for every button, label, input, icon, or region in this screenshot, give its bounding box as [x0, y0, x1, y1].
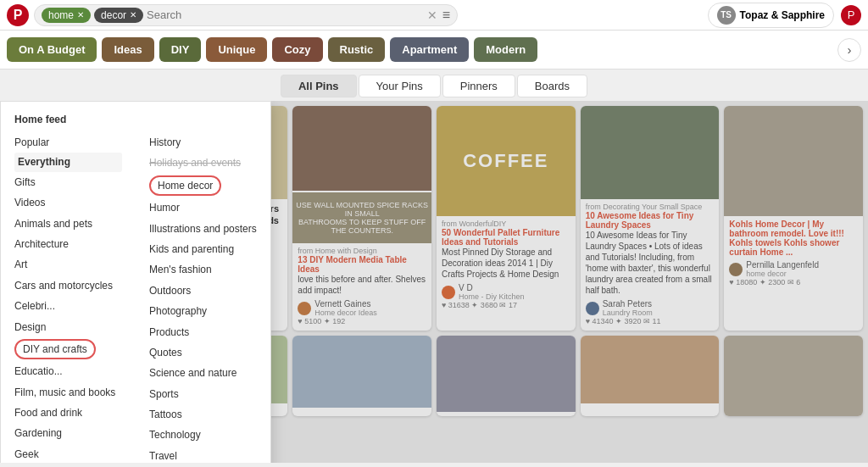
category-on-a-budget[interactable]: On A Budget [7, 37, 97, 62]
dropdown-item-kids[interactable]: Kids and parenting [149, 239, 257, 259]
dropdown-col-right: History Holidays and events Home decor H… [136, 114, 270, 463]
dropdown-item-film[interactable]: Film, music and books [14, 382, 122, 403]
dropdown-item-illustrations[interactable]: Illustrations and posters [149, 219, 257, 239]
dropdown-item-gifts[interactable]: Gifts [14, 172, 122, 192]
dropdown-item-photography[interactable]: Photography [149, 301, 257, 321]
category-rustic[interactable]: Rustic [328, 37, 386, 62]
dropdown-item-diy[interactable]: DIY and crafts [14, 339, 96, 359]
category-diy[interactable]: DIY [159, 37, 202, 62]
search-input[interactable] [147, 8, 424, 21]
dropdown-item-popular[interactable]: Popular [14, 132, 122, 153]
category-ideas[interactable]: Ideas [102, 37, 153, 62]
category-unique[interactable]: Unique [206, 37, 267, 62]
dropdown-item-outdoors[interactable]: Outdoors [149, 281, 257, 301]
tag-home[interactable]: home ✕ [42, 8, 91, 23]
dropdown-item-technology[interactable]: Technology [149, 425, 257, 445]
dropdown-item-products[interactable]: Products [149, 322, 257, 342]
user-button[interactable]: TS Topaz & Sapphire [708, 3, 834, 28]
dropdown-item-humor[interactable]: Humor [149, 197, 257, 218]
dropdown-item-architecture[interactable]: Architecture [14, 234, 122, 254]
main-area: ♥ 1857 ✦ 312 ✉ 2 THE KNIVESYOUNEED Parer… [0, 101, 868, 463]
tag-decor-label: decor [101, 9, 126, 21]
category-next-arrow[interactable]: › [837, 38, 861, 62]
dropdown-item-home-decor[interactable]: Home decor [149, 175, 221, 196]
pinterest-logo[interactable]: P [7, 4, 29, 26]
dropdown-item-design[interactable]: Design [14, 317, 122, 337]
dropdown-item-food[interactable]: Food and drink [14, 403, 122, 423]
user-label: Topaz & Sapphire [740, 9, 825, 21]
notif-icon: P [848, 8, 855, 21]
filter-your-pins[interactable]: Your Pins [359, 75, 441, 97]
dropdown-item-sports[interactable]: Sports [149, 384, 257, 404]
filter-bar: All Pins Your Pins Pinners Boards [0, 69, 868, 101]
dropdown-item-mens-fashion[interactable]: Men's fashion [149, 259, 257, 280]
tag-home-close[interactable]: ✕ [77, 10, 84, 19]
search-clear-icon[interactable]: ✕ [427, 8, 437, 22]
user-avatar: TS [717, 6, 736, 25]
dropdown-menu: Home feed Popular Everything Gifts Video… [0, 101, 271, 463]
dropdown-item-travel[interactable]: Travel [149, 446, 257, 463]
category-cozy[interactable]: Cozy [272, 37, 322, 62]
pinterest-icon: P [14, 8, 23, 23]
nav-right: TS Topaz & Sapphire P [708, 3, 861, 28]
filter-pinners[interactable]: Pinners [442, 75, 515, 97]
top-nav: P home ✕ decor ✕ ✕ ≡ TS Topaz & Sapphire… [0, 0, 868, 31]
dropdown-item-geek[interactable]: Geek [14, 444, 122, 463]
dropdown-item-science[interactable]: Science and nature [149, 363, 257, 383]
dropdown-item-tattoos[interactable]: Tattoos [149, 404, 257, 425]
dropdown-item-educatio[interactable]: Educatio... [14, 361, 122, 381]
dropdown-item-quotes[interactable]: Quotes [149, 342, 257, 363]
dropdown-item-videos[interactable]: Videos [14, 192, 122, 213]
search-bar: home ✕ decor ✕ ✕ ≡ [34, 4, 458, 26]
dropdown-item-holidays[interactable]: Holidays and events [149, 153, 257, 173]
search-menu-icon[interactable]: ≡ [442, 8, 450, 23]
filter-boards[interactable]: Boards [517, 75, 587, 97]
dropdown-item-homedecor-wrapper: Home decor [149, 175, 257, 196]
dropdown-item-history[interactable]: History [149, 132, 257, 153]
dropdown-item-cars[interactable]: Cars and motorcycles [14, 275, 122, 296]
dropdown-col-right-header [149, 114, 257, 125]
dropdown-col-header: Home feed [14, 114, 122, 125]
category-apartment[interactable]: Apartment [390, 37, 469, 62]
tag-home-label: home [48, 9, 74, 21]
dropdown-item-everything[interactable]: Everything [14, 153, 122, 171]
dropdown-item-gardening[interactable]: Gardening [14, 423, 122, 443]
filter-all-pins[interactable]: All Pins [281, 75, 357, 97]
tag-decor-close[interactable]: ✕ [130, 10, 136, 19]
notification-button[interactable]: P [841, 5, 861, 25]
dropdown-col-left: Home feed Popular Everything Gifts Video… [1, 114, 136, 463]
category-modern[interactable]: Modern [474, 37, 537, 62]
dropdown-item-diy-wrapper: DIY and crafts [14, 339, 122, 359]
dropdown-item-art[interactable]: Art [14, 254, 122, 275]
dropdown-item-animals[interactable]: Animals and pets [14, 214, 122, 234]
category-bar: On A Budget Ideas DIY Unique Cozy Rustic… [0, 31, 868, 69]
tag-decor[interactable]: decor ✕ [94, 8, 143, 23]
dropdown-item-celebri[interactable]: Celebri... [14, 296, 122, 316]
